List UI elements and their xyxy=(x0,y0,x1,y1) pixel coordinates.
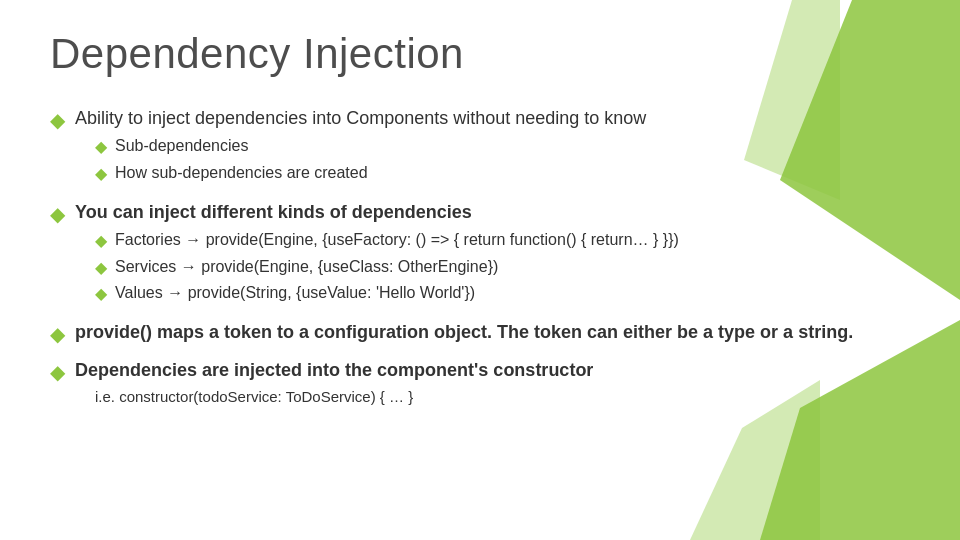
bullet-marker-3: ◆ xyxy=(50,322,65,346)
bullet-2-text: You can inject different kinds of depend… xyxy=(75,202,472,222)
sub-item-2-1: ◆ Factories → provide(Engine, {useFactor… xyxy=(75,229,679,251)
bullet-item-1: ◆ Ability to inject dependencies into Co… xyxy=(50,106,910,188)
bullet-marker-2: ◆ xyxy=(50,202,65,226)
sub-marker-2-3: ◆ xyxy=(95,284,107,303)
sub-list-1: ◆ Sub-dependencies ◆ How sub-dependencie… xyxy=(75,135,646,184)
sub-text-2-1: Factories → provide(Engine, {useFactory:… xyxy=(115,229,679,251)
sub-marker-1-2: ◆ xyxy=(95,164,107,183)
bullet-1-text: Ability to inject dependencies into Comp… xyxy=(75,108,646,128)
bullet-item-3: ◆ provide() maps a token to a configurat… xyxy=(50,320,910,346)
sub-item-1-1: ◆ Sub-dependencies xyxy=(75,135,646,157)
sub-text-2-2: Services → provide(Engine, {useClass: Ot… xyxy=(115,256,498,278)
sub-text-1-1: Sub-dependencies xyxy=(115,135,248,157)
sub-marker-1-1: ◆ xyxy=(95,137,107,156)
bullet-4-ie-text: i.e. constructor(todoService: ToDoServic… xyxy=(75,388,593,405)
bullet-3-text: provide() maps a token to a configuratio… xyxy=(75,322,853,342)
sub-list-2: ◆ Factories → provide(Engine, {useFactor… xyxy=(75,229,679,304)
bullet-1-content: Ability to inject dependencies into Comp… xyxy=(75,106,646,188)
bullet-3-content: provide() maps a token to a configuratio… xyxy=(75,320,853,345)
bullet-list: ◆ Ability to inject dependencies into Co… xyxy=(50,106,910,405)
bullet-item-2: ◆ You can inject different kinds of depe… xyxy=(50,200,910,308)
bullet-4-content: Dependencies are injected into the compo… xyxy=(75,358,593,404)
sub-item-2-3: ◆ Values → provide(String, {useValue: 'H… xyxy=(75,282,679,304)
slide-content: Dependency Injection ◆ Ability to inject… xyxy=(0,0,960,540)
sub-marker-2-2: ◆ xyxy=(95,258,107,277)
bullet-marker-4: ◆ xyxy=(50,360,65,384)
sub-text-2-3: Values → provide(String, {useValue: 'Hel… xyxy=(115,282,475,304)
bullet-item-4: ◆ Dependencies are injected into the com… xyxy=(50,358,910,404)
sub-item-2-2: ◆ Services → provide(Engine, {useClass: … xyxy=(75,256,679,278)
bullet-4-text: Dependencies are injected into the compo… xyxy=(75,360,593,380)
bullet-2-content: You can inject different kinds of depend… xyxy=(75,200,679,308)
bullet-marker-1: ◆ xyxy=(50,108,65,132)
sub-item-1-2: ◆ How sub-dependencies are created xyxy=(75,162,646,184)
slide-title: Dependency Injection xyxy=(50,30,910,78)
sub-text-1-2: How sub-dependencies are created xyxy=(115,162,368,184)
sub-marker-2-1: ◆ xyxy=(95,231,107,250)
